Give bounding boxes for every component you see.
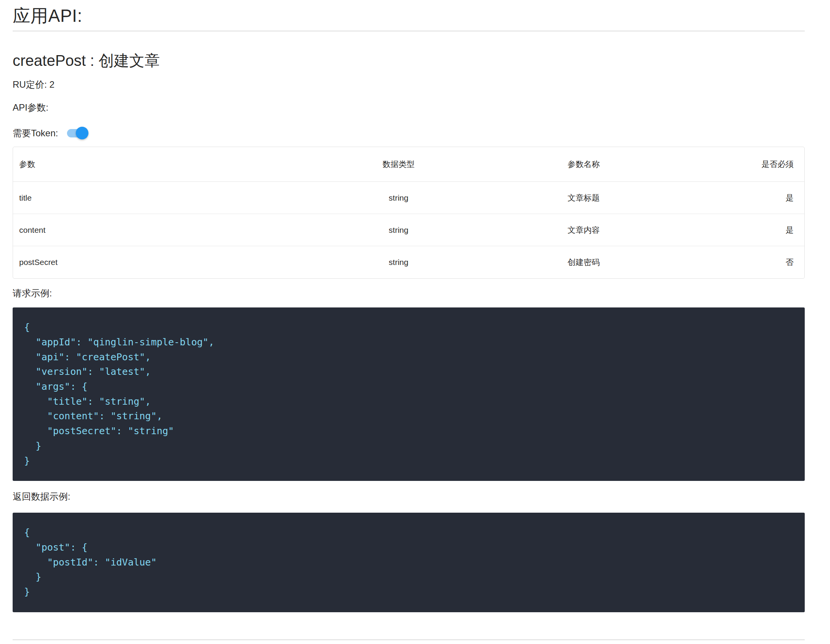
header-param: 参数 <box>13 147 235 182</box>
cell-name: 创建密码 <box>562 246 715 278</box>
request-example-label: 请求示例: <box>13 286 805 300</box>
param-table-container: 参数 数据类型 参数名称 是否必须 title string 文章标题 是 co… <box>13 147 805 279</box>
token-toggle-switch[interactable] <box>66 126 89 141</box>
cell-type: string <box>235 246 561 278</box>
cell-type: string <box>235 214 561 246</box>
request-json-code: { "appId": "qinglin-simple-blog", "api":… <box>24 320 793 468</box>
response-example-label: 返回数据示例: <box>13 490 805 503</box>
cell-name: 文章内容 <box>562 214 715 246</box>
title-divider <box>13 31 805 31</box>
cell-required: 否 <box>714 246 804 278</box>
cell-param: content <box>13 214 235 246</box>
page-container: 应用API: createPost : 创建文章 RU定价: 2 API参数: … <box>0 0 830 640</box>
api-heading: createPost : 创建文章 <box>13 51 805 70</box>
page-title: 应用API: <box>13 0 805 26</box>
table-row: content string 文章内容 是 <box>13 214 804 246</box>
cell-required: 是 <box>714 214 804 246</box>
response-code-block: { "post": { "postId": "idValue" } } <box>13 513 805 612</box>
header-name: 参数名称 <box>562 147 715 182</box>
header-type: 数据类型 <box>235 147 561 182</box>
response-json-code: { "post": { "postId": "idValue" } } <box>24 525 793 600</box>
switch-thumb <box>76 127 88 139</box>
cell-name: 文章标题 <box>562 182 715 214</box>
ru-pricing-text: RU定价: 2 <box>13 78 805 92</box>
request-code-block: { "appId": "qinglin-simple-blog", "api":… <box>13 307 805 481</box>
param-table: 参数 数据类型 参数名称 是否必须 title string 文章标题 是 co… <box>13 147 804 278</box>
cell-param: title <box>13 182 235 214</box>
cell-param: postSecret <box>13 246 235 278</box>
table-header-row: 参数 数据类型 参数名称 是否必须 <box>13 147 804 182</box>
cell-type: string <box>235 182 561 214</box>
cell-required: 是 <box>714 182 804 214</box>
api-params-label: API参数: <box>13 101 805 114</box>
header-required: 是否必须 <box>714 147 804 182</box>
token-row: 需要Token: <box>13 126 805 141</box>
token-required-label: 需要Token: <box>13 126 58 140</box>
table-row: title string 文章标题 是 <box>13 182 804 214</box>
section-divider <box>13 639 805 640</box>
table-row: postSecret string 创建密码 否 <box>13 246 804 278</box>
